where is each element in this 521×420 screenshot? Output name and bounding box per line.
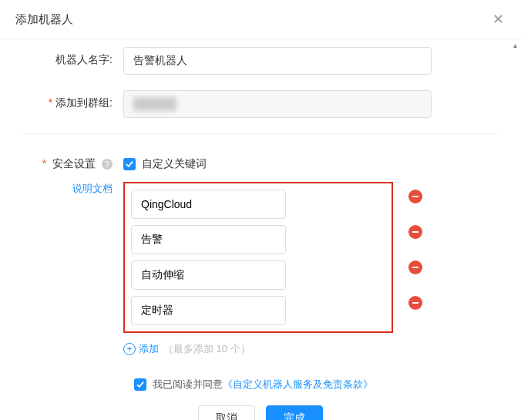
remove-col xyxy=(393,182,422,310)
robot-name-input[interactable] xyxy=(123,47,432,75)
modal-header: 添加机器人 ✕ xyxy=(0,0,521,39)
divider xyxy=(23,133,498,134)
group-value-redacted xyxy=(133,97,176,111)
keyword-input-1[interactable] xyxy=(131,225,286,254)
confirm-button[interactable]: 完成 xyxy=(266,405,323,420)
check-icon xyxy=(126,160,133,168)
security-label-col: * 安全设置 ? 说明文档 xyxy=(23,157,123,196)
remove-keyword-button-3[interactable] xyxy=(408,296,422,310)
keyword-area xyxy=(123,182,498,333)
remove-keyword-button-1[interactable] xyxy=(408,225,422,239)
keyword-input-2[interactable] xyxy=(131,260,286,290)
keyword-box xyxy=(123,182,393,333)
plus-icon[interactable]: + xyxy=(123,343,136,355)
label-robot-name: 机器人名字: xyxy=(23,47,123,67)
label-security: * 安全设置 ? xyxy=(23,157,113,171)
agree-checkbox[interactable] xyxy=(134,378,146,391)
modal-body[interactable]: 机器人名字: 添加到群组: * 安全设置 ? 说明文档 xyxy=(0,39,521,420)
label-group: 添加到群组: xyxy=(23,90,123,110)
custom-keyword-label: 自定义关键词 xyxy=(142,157,207,171)
remove-keyword-button-0[interactable] xyxy=(408,190,422,203)
custom-keyword-checkbox[interactable] xyxy=(123,158,136,170)
row-custom-keyword-checkbox: 自定义关键词 xyxy=(123,157,498,171)
add-keyword-hint: （最多添加 10 个） xyxy=(163,342,250,356)
security-label-text: 安全设置 xyxy=(52,157,96,170)
row-security: * 安全设置 ? 说明文档 自定义关键词 xyxy=(23,157,498,356)
group-select[interactable] xyxy=(123,90,432,118)
add-keyword-row: + 添加 （最多添加 10 个） xyxy=(123,342,498,356)
help-icon[interactable]: ? xyxy=(102,159,113,170)
control-robot-name xyxy=(123,47,498,75)
scrollbar[interactable]: ▴ xyxy=(509,39,521,420)
add-keyword-button[interactable]: 添加 xyxy=(139,342,159,356)
agree-text: 我已阅读并同意 xyxy=(153,378,223,391)
row-group: 添加到群组: xyxy=(23,90,498,118)
modal-title: 添加机器人 xyxy=(15,12,73,27)
keyword-input-3[interactable] xyxy=(131,296,286,325)
keyword-input-0[interactable] xyxy=(131,190,286,219)
doc-link[interactable]: 说明文档 xyxy=(23,182,113,196)
remove-keyword-button-2[interactable] xyxy=(408,260,422,274)
security-content: 自定义关键词 xyxy=(123,157,498,356)
agree-row: 我已阅读并同意 《自定义机器人服务及免责条款》 xyxy=(134,378,498,391)
cancel-button[interactable]: 取消 xyxy=(198,405,255,420)
scroll-up-icon[interactable]: ▴ xyxy=(509,39,521,51)
add-robot-modal: 添加机器人 ✕ 机器人名字: 添加到群组: * 安全 xyxy=(0,0,521,420)
row-robot-name: 机器人名字: xyxy=(23,47,498,75)
agree-link[interactable]: 《自定义机器人服务及免责条款》 xyxy=(223,378,373,391)
check-icon xyxy=(136,381,144,388)
control-group xyxy=(123,90,498,118)
footer-buttons: 取消 完成 xyxy=(23,405,498,420)
close-icon[interactable]: ✕ xyxy=(490,11,506,28)
required-star-icon: * xyxy=(42,157,46,170)
